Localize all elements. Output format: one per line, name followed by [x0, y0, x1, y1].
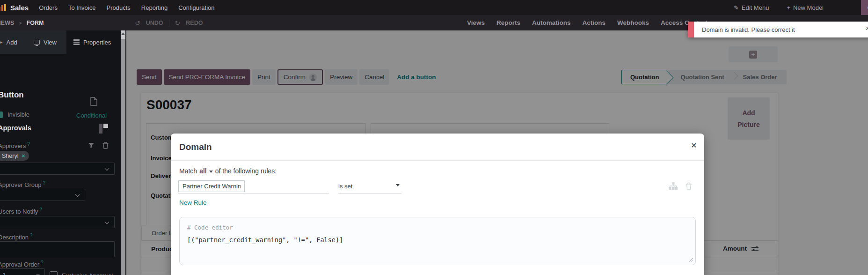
- match-mode-dropdown[interactable]: all: [199, 167, 207, 175]
- approval-order-select[interactable]: 1: [0, 268, 45, 275]
- match-row: Match all of the following rules:: [179, 167, 277, 175]
- breadcrumb-separator: >: [19, 20, 22, 26]
- approver-group-label: Approver Group?: [0, 180, 45, 188]
- rule-field-input[interactable]: [178, 180, 245, 192]
- approval-order-label: Approval Order?: [0, 260, 44, 268]
- breadcrumb-views[interactable]: VIEWS: [0, 20, 14, 26]
- pencil-icon: ✎: [734, 4, 739, 11]
- app-navbar: Sales Orders To Invoice Products Reporti…: [0, 0, 868, 15]
- new-rule-link[interactable]: New Rule: [179, 199, 207, 206]
- menu-reporting[interactable]: Reporting: [141, 4, 168, 11]
- domain-dialog: Domain × Match all of the following rule…: [171, 134, 704, 275]
- scrollbar-thumb[interactable]: [121, 39, 125, 275]
- invisible-toggle[interactable]: [0, 111, 3, 118]
- tab-actions[interactable]: Actions: [583, 19, 606, 26]
- redo-icon: ↻: [175, 19, 181, 27]
- plus-icon: +: [787, 4, 790, 11]
- close-studio-button[interactable]: Close: [861, 0, 868, 15]
- scroll-up-icon[interactable]: [121, 32, 125, 35]
- tab-reports[interactable]: Reports: [496, 19, 520, 26]
- approvers-input[interactable]: [0, 163, 115, 175]
- filter-icon[interactable]: [88, 142, 95, 149]
- invisible-conditional-link[interactable]: Conditional: [76, 112, 107, 119]
- domain-rule-row: is set: [178, 180, 401, 193]
- delete-rule-icon[interactable]: [686, 182, 692, 190]
- divider: [169, 19, 169, 27]
- chevron-down-icon: [75, 193, 80, 197]
- notification-toast: Domain is invalid. Please correct it ×: [688, 22, 868, 37]
- undo-button[interactable]: UNDO: [146, 20, 163, 26]
- toast-message: Domain is invalid. Please correct it: [694, 22, 868, 37]
- tab-webhooks[interactable]: Webhooks: [617, 19, 649, 26]
- menu-to-invoice[interactable]: To Invoice: [68, 4, 96, 11]
- menu-configuration[interactable]: Configuration: [178, 4, 214, 11]
- screen: Sales Orders To Invoice Products Reporti…: [0, 0, 868, 275]
- dialog-header: Domain ×: [171, 134, 704, 161]
- exclusive-approval-label: Exclusive Approval: [62, 272, 113, 275]
- approvals-heading: Approvals: [0, 124, 31, 132]
- app-menus: Orders To Invoice Products Reporting Con…: [39, 4, 214, 11]
- sidebar-scrollbar[interactable]: [121, 30, 125, 275]
- exclusive-approval-checkbox[interactable]: [50, 271, 58, 275]
- approvers-label: Approvers?: [0, 141, 30, 149]
- add-branch-icon[interactable]: [669, 182, 678, 190]
- close-icon[interactable]: ×: [691, 140, 697, 150]
- document-icon[interactable]: [90, 97, 97, 106]
- trash-icon[interactable]: [102, 142, 109, 149]
- caret-down-icon: [396, 184, 400, 186]
- rule-operator-select[interactable]: is set: [338, 183, 401, 193]
- rule-field-slot: [178, 180, 329, 193]
- list-bars-icon: [73, 39, 80, 45]
- sidebar-tab-view[interactable]: View: [34, 30, 57, 54]
- invisible-label: Invisible: [7, 111, 29, 118]
- close-icon[interactable]: ×: [866, 25, 868, 32]
- undo-redo-group: ↺ UNDO ↻ REDO: [135, 19, 203, 27]
- sidebar-tab-add[interactable]: + Add: [0, 30, 17, 54]
- domain-code: [("partner_credit_warning", "!=", False)…: [187, 236, 688, 244]
- description-label: Description?: [0, 233, 33, 241]
- monitor-icon: [34, 40, 40, 45]
- tab-views[interactable]: Views: [467, 19, 485, 26]
- resize-grip[interactable]: [687, 257, 693, 262]
- studio-properties-sidebar: + Add View Properties Button Invisible C…: [0, 30, 126, 275]
- approver-tag-sheryl[interactable]: Sheryl ×: [0, 151, 29, 161]
- odoo-studio-logo-icon: [0, 4, 6, 11]
- breadcrumb: VIEWS > FORM: [0, 20, 44, 26]
- dialog-title: Domain: [179, 142, 212, 152]
- chevron-down-icon: [105, 220, 109, 224]
- toast-danger-bar: [688, 22, 694, 37]
- help-marker: ?: [27, 141, 30, 147]
- code-editor-placeholder: # Code editor: [187, 224, 688, 231]
- caret-down-icon: [209, 171, 213, 173]
- sidebar-tab-properties[interactable]: Properties: [73, 30, 111, 54]
- topbar-right: ✎ Edit Menu + New Model: [734, 4, 824, 11]
- new-model-button[interactable]: + New Model: [787, 4, 824, 11]
- breadcrumb-form: FORM: [27, 20, 44, 26]
- selected-element-title: Button: [0, 90, 24, 100]
- menu-orders[interactable]: Orders: [39, 4, 58, 11]
- approver-group-select[interactable]: [0, 189, 85, 201]
- redo-button[interactable]: REDO: [186, 20, 203, 26]
- chevron-down-icon: [105, 166, 109, 171]
- edit-menu-button[interactable]: ✎ Edit Menu: [734, 4, 769, 11]
- kanban-layout-icon[interactable]: [99, 124, 108, 134]
- menu-products[interactable]: Products: [106, 4, 130, 11]
- users-to-notify-input[interactable]: [0, 216, 115, 228]
- plus-icon: +: [0, 39, 3, 46]
- users-to-notify-label: Users to Notify?: [0, 207, 42, 215]
- rule-actions: [669, 182, 692, 190]
- undo-icon: ↺: [135, 19, 140, 27]
- tag-remove-icon[interactable]: ×: [22, 153, 25, 159]
- description-input[interactable]: [0, 241, 115, 257]
- domain-code-editor[interactable]: # Code editor [("partner_credit_warning"…: [179, 217, 696, 265]
- tab-automations[interactable]: Automations: [532, 19, 571, 26]
- app-name[interactable]: Sales: [10, 4, 29, 12]
- studio-tabs: Views Reports Automations Actions Webhoo…: [467, 19, 707, 26]
